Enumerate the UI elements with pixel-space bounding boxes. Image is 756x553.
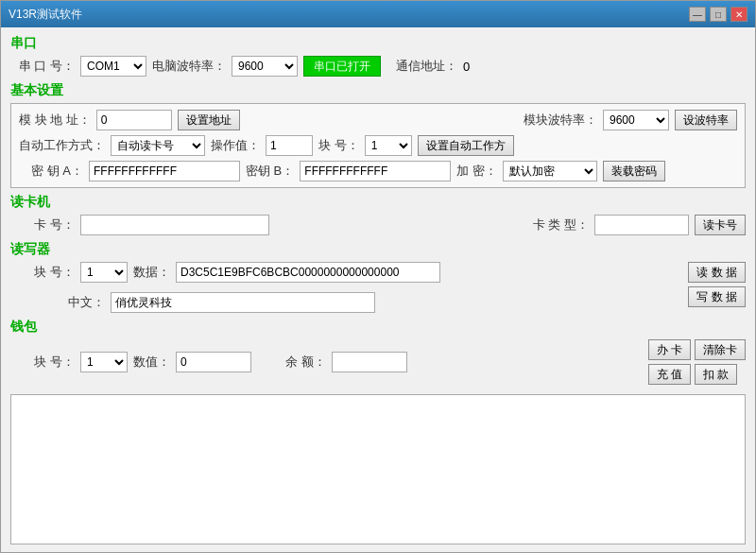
set-work-button[interactable]: 设置自动工作方 — [418, 135, 514, 156]
wallet-btn-row-1: 办 卡 清除卡 — [648, 339, 746, 360]
block-select-basic[interactable]: 123 — [365, 135, 412, 156]
addr-value: 0 — [463, 60, 470, 74]
op-value-label: 操作值： — [211, 137, 260, 154]
wallet-section: 钱包 块 号： 123 数值： 余 额： 办 卡 清除卡 充 值 — [10, 319, 746, 385]
read-data-button[interactable]: 读 数 据 — [688, 262, 746, 283]
basic-row-3: 密 钥 A： 密钥 B： 加 密： 默认加密密钥A密钥B 装载密码 — [19, 161, 737, 181]
chinese-label: 中文： — [10, 294, 105, 311]
chinese-input[interactable] — [111, 292, 375, 313]
key-a-input[interactable] — [89, 161, 240, 181]
basic-section: 基本设置 模 块 地 址： 设置地址 模块波特率： 960019200 设波特率… — [10, 82, 746, 188]
op-value-input[interactable] — [266, 135, 313, 156]
load-key-button[interactable]: 装载密码 — [603, 161, 665, 181]
addr-label: 通信地址： — [396, 58, 457, 75]
wallet-btn-row-2: 充 值 扣 款 — [648, 364, 746, 385]
serial-section: 串口 串 口 号： COM1COM2COM3 电脑波特率： 9600192003… — [10, 35, 746, 77]
wallet-section-title: 钱包 — [10, 319, 746, 336]
window-controls: — □ ✕ — [689, 7, 747, 22]
serial-open-button[interactable]: 串口已打开 — [303, 56, 381, 77]
key-a-label: 密 钥 A： — [19, 163, 83, 180]
basic-box: 模 块 地 址： 设置地址 模块波特率： 960019200 设波特率 自动工作… — [10, 103, 746, 188]
reader-card-title: 读卡机 — [10, 194, 746, 211]
reader-card-section: 读卡机 卡 号： 卡 类 型： 读卡号 — [10, 194, 746, 235]
set-addr-button[interactable]: 设置地址 — [178, 110, 240, 130]
work-mode-label: 自动工作方式： — [19, 137, 105, 154]
wallet-row: 块 号： 123 数值： 余 额： 办 卡 清除卡 充 值 扣 款 — [10, 339, 746, 385]
reader-card-row: 卡 号： 卡 类 型： 读卡号 — [10, 215, 746, 235]
port-select[interactable]: COM1COM2COM3 — [80, 56, 146, 77]
encrypt-select[interactable]: 默认加密密钥A密钥B — [503, 161, 597, 181]
wallet-block-label: 块 号： — [10, 354, 75, 371]
card-type-label: 卡 类 型： — [533, 216, 589, 233]
title-bar: V13R测试软件 — □ ✕ — [1, 1, 755, 27]
rw-left: 块 号： 123 数据： 中文： — [10, 262, 682, 313]
rw-section: 读写器 块 号： 123 数据： 中文： — [10, 241, 746, 313]
amount-input[interactable] — [176, 352, 251, 372]
basic-section-title: 基本设置 — [10, 82, 746, 99]
close-button[interactable]: ✕ — [730, 7, 747, 22]
data-input[interactable] — [176, 262, 440, 283]
balance-label: 余 额： — [285, 354, 326, 371]
serial-row: 串 口 号： COM1COM2COM3 电脑波特率： 9600192003840… — [10, 56, 746, 77]
create-card-button[interactable]: 办 卡 — [648, 339, 691, 360]
rw-section-title: 读写器 — [10, 241, 746, 258]
block-label-basic: 块 号： — [318, 137, 359, 154]
wallet-block-select[interactable]: 123 — [80, 352, 128, 372]
card-num-input[interactable] — [80, 215, 269, 235]
write-data-button[interactable]: 写 数 据 — [688, 286, 746, 307]
clear-card-button[interactable]: 清除卡 — [695, 339, 746, 360]
module-addr-label: 模 块 地 址： — [19, 112, 91, 129]
work-mode-select[interactable]: 自动读卡号手动模式 — [111, 135, 205, 156]
port-label: 串 口 号： — [10, 58, 75, 75]
module-baud-label: 模块波特率： — [524, 112, 597, 129]
rw-buttons: 读 数 据 写 数 据 — [688, 262, 746, 307]
rw-row-1: 块 号： 123 数据： — [10, 262, 682, 283]
module-addr-input[interactable] — [96, 110, 172, 130]
encrypt-label: 加 密： — [456, 163, 497, 180]
bottom-area — [10, 394, 746, 544]
maximize-button[interactable]: □ — [710, 7, 727, 22]
basic-row-1: 模 块 地 址： 设置地址 模块波特率： 960019200 设波特率 — [19, 110, 737, 130]
baud-label: 电脑波特率： — [152, 58, 226, 75]
rw-block-label: 块 号： — [10, 264, 75, 281]
wallet-buttons: 办 卡 清除卡 充 值 扣 款 — [648, 339, 746, 385]
key-b-label: 密钥 B： — [246, 163, 294, 180]
balance-input[interactable] — [332, 352, 407, 372]
data-label: 数据： — [133, 264, 170, 281]
key-b-input[interactable] — [300, 161, 451, 181]
card-type-input[interactable] — [594, 215, 689, 235]
rw-block-select[interactable]: 123 — [80, 262, 128, 283]
deduct-button[interactable]: 扣 款 — [695, 364, 737, 385]
window-title: V13R测试软件 — [9, 7, 82, 23]
baud-select[interactable]: 96001920038400 — [232, 56, 298, 77]
card-num-label: 卡 号： — [10, 216, 75, 233]
module-baud-select[interactable]: 960019200 — [603, 110, 669, 130]
basic-row-2: 自动工作方式： 自动读卡号手动模式 操作值： 块 号： 123 设置自动工作方 — [19, 135, 737, 156]
rw-row-2: 中文： — [10, 292, 682, 313]
recharge-button[interactable]: 充 值 — [648, 364, 691, 385]
read-card-button[interactable]: 读卡号 — [695, 215, 746, 235]
rw-container: 块 号： 123 数据： 中文： 读 数 据 写 数 据 — [10, 262, 746, 313]
serial-section-title: 串口 — [10, 35, 746, 52]
amount-label: 数值： — [133, 354, 170, 371]
set-baud-button[interactable]: 设波特率 — [675, 110, 737, 130]
minimize-button[interactable]: — — [689, 7, 706, 22]
